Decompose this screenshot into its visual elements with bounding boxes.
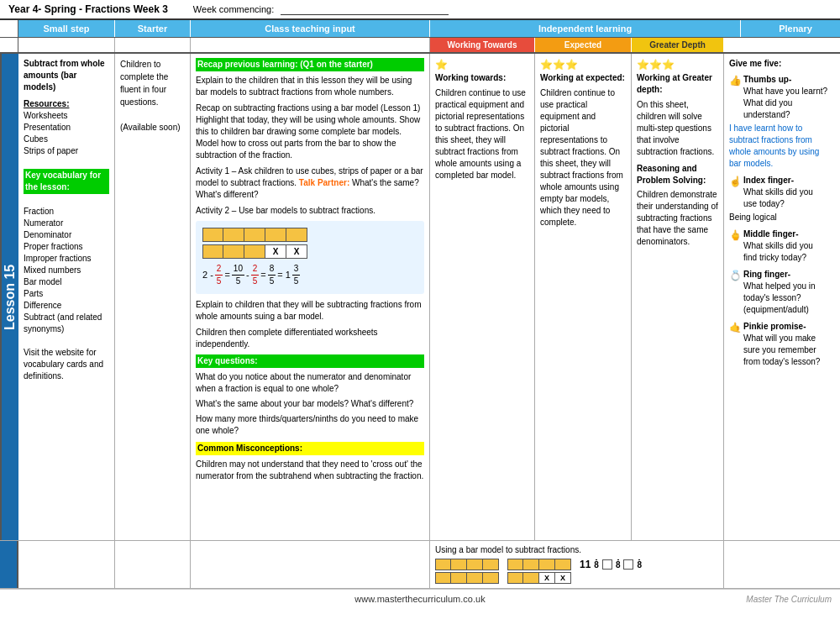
plenary-cell: Give me five: 👍 Thumbs up- What have you… — [724, 54, 833, 540]
vocab-subtract: Subtract (and related synonyms) — [24, 312, 109, 335]
resource-presentation: Presentation — [24, 122, 109, 134]
greater-depth-label: Working at Greater depth: — [637, 72, 718, 96]
pinkie-section: 🤙 Pinkie promise- What will you make sur… — [729, 321, 828, 368]
kq1: What do you notice about the numerator a… — [196, 371, 424, 395]
bottom-bar-group-1 — [435, 559, 499, 584]
class-teaching-col-header: Class teaching input — [191, 20, 430, 37]
website-note: Visit the website for vocabulary cards a… — [24, 347, 109, 382]
vocab-fraction: Fraction — [24, 206, 109, 218]
small-step-cell: Subtract from whole amounts (bar models)… — [18, 54, 115, 540]
middle-section: 🖕 Middle finger- What skills did you fin… — [729, 228, 828, 264]
activity1: Activity 1 – Ask children to use cubes, … — [196, 165, 424, 201]
ring-section: 💍 Ring finger- What helped you in today'… — [729, 269, 828, 316]
learnt-text: I have learnt how to subtract fractions … — [729, 123, 828, 170]
expected-label: Working at expected: — [540, 72, 626, 84]
vocab-denominator: Denominator — [24, 229, 109, 241]
expected-text: Children continue to use practical equip… — [540, 87, 626, 228]
thumb-label: Thumbs up- — [743, 75, 791, 84]
col-headers: Small step Starter Class teaching input … — [0, 20, 840, 38]
class-recap: Recap on subtracting fractions using a b… — [196, 102, 424, 161]
thumb-section: 👍 Thumbs up- What have you learnt? What … — [729, 74, 828, 170]
indep-learning-col-header: Independent learning — [430, 20, 741, 37]
bottom-fraction-display: 11 8 8 8 — [580, 559, 643, 570]
vocab-improper: Improper fractions — [24, 253, 109, 265]
reasoning-text: Children demonstrate their understanding… — [637, 189, 718, 248]
page-title: Year 4- Spring - Fractions Week 3 — [8, 3, 168, 15]
thumb-question: What have you learnt? What did you under… — [743, 87, 827, 119]
footer-brand: Master The Curriculum — [557, 595, 832, 604]
header-top: Year 4- Spring - Fractions Week 3 Week c… — [0, 0, 840, 20]
index-question: What skills did you use today? — [743, 187, 813, 208]
vocab-proper: Proper fractions — [24, 241, 109, 253]
indep-bottom-content: Using a bar model to subtract fractions. — [430, 541, 724, 588]
greater-depth-cell: ⭐⭐⭐ Working at Greater depth: On this sh… — [632, 54, 724, 540]
pinkie-question: What will you make sure you remember fro… — [743, 333, 820, 366]
lesson-col-header — [0, 20, 18, 37]
sub-headers: Working Towards Expected Greater Depth — [0, 38, 840, 54]
misconceptions-label: Common Misconceptions: — [196, 442, 424, 455]
ring-label: Ring finger- — [743, 270, 790, 279]
vocab-mixed: Mixed numbers — [24, 265, 109, 276]
starter-col-header: Starter — [115, 20, 191, 37]
footer-website: www.masterthecurriculum.co.uk — [283, 594, 558, 604]
working-towards-label: Working towards: — [435, 72, 529, 84]
working-towards-cell: ⭐ Working towards: Children continue to … — [430, 54, 535, 540]
resource-strips: Strips of paper — [24, 145, 109, 157]
middle-icon: 🖕 — [729, 228, 742, 243]
greater-depth-stars: ⭐⭐⭐ — [637, 58, 718, 72]
index-label: Index finger- — [743, 176, 794, 185]
ring-question: What helped you in today's lesson? (equi… — [743, 281, 816, 314]
kq3: How many more thirds/quarters/ninths do … — [196, 413, 424, 437]
vocab-numerator: Numerator — [24, 218, 109, 229]
bar-row-2: X X — [202, 244, 417, 259]
greater-depth-text: On this sheet, children will solve multi… — [637, 99, 718, 158]
starter-text: Children to complete the fluent in four … — [120, 60, 168, 107]
vocab-difference: Difference — [24, 300, 109, 312]
expected-stars: ⭐⭐⭐ — [540, 58, 626, 72]
index-icon: ☝️ — [729, 175, 742, 189]
footer: www.masterthecurriculum.co.uk Master The… — [0, 589, 840, 608]
ring-icon: 💍 — [729, 269, 742, 283]
lesson-number-cell: Lesson 15 — [0, 54, 18, 540]
expected-subheader: Expected — [535, 38, 632, 52]
vocab-bar: Bar model — [24, 276, 109, 288]
pinkie-label: Pinkie promise- — [743, 322, 806, 331]
index-answer: Being logical — [729, 212, 828, 223]
working-towards-subheader: Working Towards — [430, 38, 535, 52]
reasoning-label: Reasoning and Problem Solving: — [637, 163, 718, 186]
misconceptions-text: Children may not understand that they ne… — [196, 459, 424, 482]
starter-cell: Children to complete the fluent in four … — [115, 54, 191, 540]
recap-label: Recap previous learning: (Q1 on the star… — [196, 58, 424, 71]
bottom-bar-group-2: X X — [507, 559, 571, 584]
greater-depth-subheader: Greater Depth — [632, 38, 724, 52]
bottom-bar-visuals: X X 11 8 8 8 — [435, 559, 718, 584]
plenary-title: Give me five: — [729, 58, 828, 70]
plenary-col-header: Plenary — [741, 20, 840, 37]
pinkie-icon: 🤙 — [729, 321, 742, 335]
starter-available: (Available soon) — [120, 123, 181, 132]
kq2: What's the same about your bar models? W… — [196, 398, 424, 410]
small-step-col-header: Small step — [18, 20, 115, 37]
bar-row-1 — [202, 228, 417, 242]
index-section: ☝️ Index finger- What skills did you use… — [729, 175, 828, 223]
key-questions-label: Key questions: — [196, 354, 424, 368]
indep-bottom-label: Using a bar model to subtract fractions. — [435, 545, 718, 554]
key-vocab-label: Key vocabulary for the lesson: — [24, 169, 109, 194]
expected-cell: ⭐⭐⭐ Working at expected: Children contin… — [535, 54, 632, 540]
small-step-title: Subtract from whole amounts (bar models) — [24, 58, 109, 93]
thumb-icon: 👍 — [729, 74, 742, 88]
middle-label: Middle finger- — [743, 229, 799, 239]
vocab-parts: Parts — [24, 288, 109, 300]
activity2: Activity 2 – Use bar models to subtract … — [196, 205, 424, 217]
independent-text: Children then complete differentiated wo… — [196, 327, 424, 350]
class-intro: Explain to the children that in this les… — [196, 75, 424, 98]
resource-cubes: Cubes — [24, 134, 109, 145]
working-towards-text: Children continue to use practical equip… — [435, 87, 529, 181]
indep-bottom-row: Using a bar model to subtract fractions. — [0, 541, 840, 589]
middle-question: What skills did you find tricky today? — [743, 241, 813, 262]
bar-model-visual: X X 2 - 2 5 = 10 5 - 2 5 = — [196, 221, 424, 294]
equation: 2 - 2 5 = 10 5 - 2 5 = 8 5 — [202, 263, 417, 287]
class-teaching-cell: Recap previous learning: (Q1 on the star… — [191, 54, 430, 540]
explain-text: Explain to children that they will be su… — [196, 299, 424, 323]
resource-worksheets: Worksheets — [24, 110, 109, 122]
